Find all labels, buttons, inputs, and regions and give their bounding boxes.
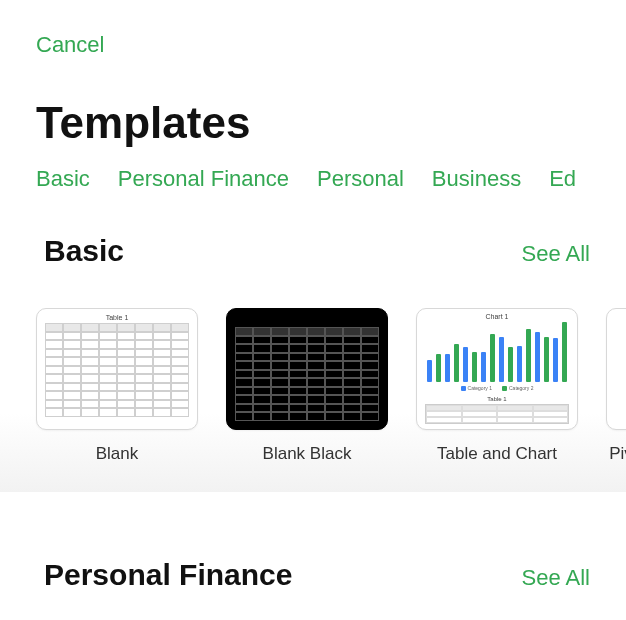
thumb-title: Table 1 [37, 309, 197, 323]
page-title: Templates [0, 98, 626, 148]
section-title-basic: Basic [44, 234, 124, 268]
template-row-basic[interactable]: Table 1 Blank Blank Black Chart 1 Catego… [0, 268, 626, 492]
see-all-basic[interactable]: See All [522, 241, 591, 267]
thumb-table-title: Table 1 [417, 394, 577, 402]
section-personal-finance: Personal Finance See All [0, 534, 626, 592]
template-blank[interactable]: Table 1 Blank [36, 308, 198, 464]
template-pivot[interactable]: Piv [606, 308, 626, 464]
category-tabs: Basic Personal Finance Personal Business… [0, 148, 626, 192]
template-table-and-chart[interactable]: Chart 1 Category 1 Category 2 Table 1 Ta… [416, 308, 578, 464]
tab-personal[interactable]: Personal [317, 166, 404, 192]
tab-business[interactable]: Business [432, 166, 521, 192]
thumbnail-blank: Table 1 [36, 308, 198, 430]
chart-title: Chart 1 [417, 309, 577, 322]
template-label: Blank Black [263, 444, 352, 464]
chart-bars [417, 322, 577, 382]
template-label: Table and Chart [437, 444, 557, 464]
section-title-personal-finance: Personal Finance [44, 558, 292, 592]
template-label: Piv [609, 444, 626, 464]
thumbnail-blank-black [226, 308, 388, 430]
tab-basic[interactable]: Basic [36, 166, 90, 192]
see-all-personal-finance[interactable]: See All [522, 565, 591, 591]
cancel-button[interactable]: Cancel [36, 32, 104, 58]
template-blank-black[interactable]: Blank Black [226, 308, 388, 464]
chart-legend: Category 1 Category 2 [417, 382, 577, 394]
template-label: Blank [96, 444, 139, 464]
thumb-mini-table [425, 404, 569, 424]
thumbnail-table-chart: Chart 1 Category 1 Category 2 Table 1 [416, 308, 578, 430]
section-basic: Basic See All Table 1 Blank Blank Black … [0, 234, 626, 492]
tab-personal-finance[interactable]: Personal Finance [118, 166, 289, 192]
tab-education[interactable]: Ed [549, 166, 576, 192]
thumbnail-pivot [606, 308, 626, 430]
